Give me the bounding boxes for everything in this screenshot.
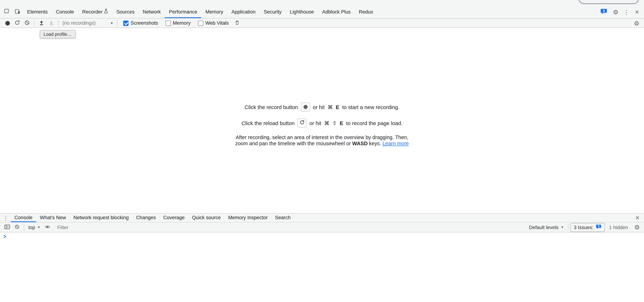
recorder-experiment-icon — [104, 9, 108, 15]
checkbox-icon[interactable] — [123, 20, 129, 26]
drawer-tab-network-request-blocking[interactable]: Network request blocking — [70, 213, 132, 222]
inline-record-button[interactable] — [301, 102, 310, 111]
tab-label: Coverage — [163, 215, 184, 220]
chevron-down-icon: ▼ — [560, 226, 564, 229]
tab-sources[interactable]: Sources — [112, 6, 138, 18]
kebab-menu-icon: ⋮ — [624, 9, 629, 15]
tab-label: Sources — [116, 9, 134, 15]
delete-recording-button[interactable] — [232, 19, 242, 27]
main-tabbar-right: 3 ⚙ ⋮ × — [597, 6, 644, 18]
console-sidebar-icon — [4, 224, 10, 231]
clear-icon — [24, 20, 30, 27]
checkbox-icon[interactable] — [198, 20, 204, 26]
performance-toolbar: (no recordings) ▼ Screenshots Memory Web… — [0, 19, 644, 28]
reload-and-record-button[interactable] — [12, 19, 22, 27]
clear-button[interactable] — [22, 19, 32, 27]
create-live-expression-button[interactable] — [42, 223, 52, 231]
drawer-tab-console[interactable]: Console — [10, 213, 36, 222]
clear-icon — [14, 224, 20, 231]
cmd-key-symbol: ⌘ — [324, 120, 330, 126]
settings-button[interactable]: ⚙ — [610, 6, 621, 18]
tab-label: Quick source — [192, 215, 221, 220]
e-key-symbol: E — [340, 120, 343, 126]
separator — [568, 224, 568, 230]
issues-counter-button[interactable]: 3 Issues: 3 — [570, 223, 605, 232]
drawer-tab-changes[interactable]: Changes — [132, 213, 160, 222]
tab-memory[interactable]: Memory — [201, 6, 227, 18]
web-vitals-checkbox[interactable]: Web Vitals — [198, 20, 229, 26]
tab-adblock-plus[interactable]: Adblock Plus — [318, 6, 355, 18]
drawer: ⋮ Console What's New Network request blo… — [0, 213, 644, 302]
tab-network[interactable]: Network — [138, 6, 165, 18]
inline-reload-button[interactable] — [298, 118, 306, 127]
tab-recorder[interactable]: Recorder — [78, 6, 112, 18]
separator — [117, 20, 117, 26]
tab-label: Redux — [359, 9, 373, 15]
console-prompt[interactable] — [0, 232, 644, 241]
kebab-menu-icon: ⋮ — [3, 215, 8, 221]
instruction-text: or hit — [313, 104, 325, 110]
load-profile-button[interactable] — [36, 19, 46, 27]
tab-elements[interactable]: Elements — [23, 6, 52, 18]
memory-checkbox[interactable]: Memory — [165, 20, 190, 26]
drawer-tab-coverage[interactable]: Coverage — [160, 213, 188, 222]
recordings-dropdown[interactable]: (no recordings) ▼ — [61, 20, 115, 26]
tooltip-text: Load profile… — [44, 32, 72, 37]
svg-text:3: 3 — [598, 225, 600, 228]
upload-icon — [39, 20, 44, 27]
more-options-button[interactable]: ⋮ — [621, 6, 632, 18]
instruction-text: to start a new recording. — [342, 104, 400, 110]
tab-performance[interactable]: Performance — [165, 6, 202, 18]
clear-console-button[interactable] — [12, 223, 22, 231]
console-sidebar-toggle-button[interactable] — [2, 223, 12, 231]
tab-security[interactable]: Security — [260, 6, 286, 18]
tab-label: Lighthouse — [290, 9, 314, 15]
learn-more-link[interactable]: Learn more — [382, 141, 409, 146]
performance-settings-button[interactable]: ⚙ — [632, 19, 642, 27]
console-toolbar: top ▼ Default levels ▼ 3 Issues: — [0, 223, 644, 233]
performance-landing: Click the record button or hit ⌘ E to st… — [0, 102, 644, 147]
drawer-tabbar-right: × — [632, 213, 644, 222]
inspect-element-button[interactable] — [2, 6, 12, 18]
instruction-text: to record the page load. — [346, 120, 402, 126]
tab-lighthouse[interactable]: Lighthouse — [286, 6, 318, 18]
close-icon: × — [636, 214, 640, 221]
hidden-messages-label: 1 hidden — [609, 224, 628, 230]
drawer-more-tabs-button[interactable]: ⋮ — [1, 213, 11, 222]
save-profile-button[interactable] — [46, 19, 56, 27]
issues-button[interactable]: 3 — [597, 6, 610, 18]
drawer-tab-search[interactable]: Search — [271, 213, 294, 222]
checkbox-icon[interactable] — [165, 20, 171, 26]
log-levels-dropdown[interactable]: Default levels ▼ — [527, 224, 566, 230]
javascript-context-selector[interactable]: top ▼ — [26, 224, 42, 230]
drawer-tab-whats-new[interactable]: What's New — [36, 213, 70, 222]
chevron-down-icon: ▼ — [110, 21, 114, 25]
drawer-tab-quick-source[interactable]: Quick source — [188, 213, 224, 222]
close-devtools-button[interactable]: × — [632, 6, 642, 18]
inspect-cursor-icon — [4, 9, 10, 16]
separator — [34, 20, 34, 26]
device-toolbar-button[interactable] — [12, 6, 23, 18]
device-toolbar-icon — [15, 9, 20, 16]
reload-instruction-row: Click the reload button or hit ⌘ ⇧ E to … — [0, 118, 644, 127]
tab-console[interactable]: Console — [52, 6, 78, 18]
tab-application[interactable]: Application — [227, 6, 260, 18]
close-drawer-button[interactable]: × — [632, 214, 642, 221]
load-profile-tooltip: Load profile… — [40, 30, 76, 38]
tab-label: Memory — [206, 9, 223, 15]
separator — [58, 20, 59, 26]
popup-fragment — [578, 0, 639, 4]
drawer-tab-memory-inspector[interactable]: Memory Inspector — [224, 213, 271, 222]
console-filter-input[interactable] — [57, 224, 527, 230]
tab-label: What's New — [40, 215, 66, 220]
recordings-dropdown-label: (no recordings) — [62, 20, 96, 26]
tab-label: Search — [275, 215, 290, 220]
checkbox-label: Screenshots — [131, 20, 158, 26]
gear-icon: ⚙ — [634, 224, 640, 230]
wasd-keys-text: WASD — [352, 141, 368, 146]
console-settings-button[interactable]: ⚙ — [632, 223, 642, 231]
context-label: top — [28, 224, 35, 230]
screenshots-checkbox[interactable]: Screenshots — [123, 20, 158, 26]
tab-redux[interactable]: Redux — [355, 6, 377, 18]
record-button[interactable] — [2, 19, 12, 27]
